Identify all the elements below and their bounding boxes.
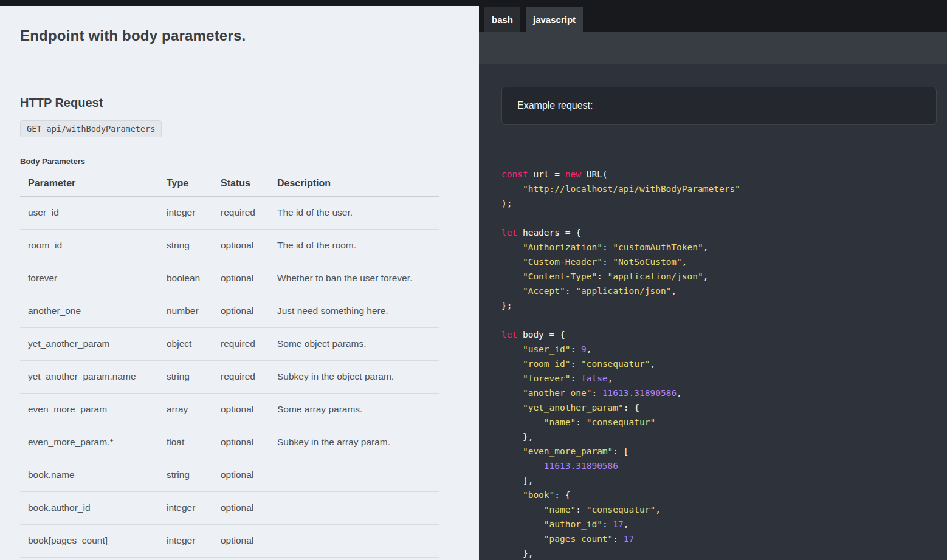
code-line: "room_id": "consequatur", bbox=[501, 357, 937, 371]
code-token: "Custom-Header" bbox=[523, 257, 602, 267]
params-table-body: user_idintegerrequiredThe id of the user… bbox=[20, 196, 439, 557]
cell-type: float bbox=[159, 426, 213, 459]
code-line: let body = { bbox=[501, 327, 937, 342]
cell-parameter: yet_another_param bbox=[20, 327, 159, 360]
tab-javascript[interactable]: javascript bbox=[526, 7, 583, 32]
code-line: "Custom-Header": "NotSoCustom", bbox=[501, 254, 937, 269]
code-line: "Accept": "application/json", bbox=[501, 284, 937, 298]
code-token bbox=[501, 286, 523, 296]
code-token: "another_one" bbox=[523, 388, 592, 398]
code-token: "Content-Type" bbox=[523, 271, 597, 281]
code-token bbox=[501, 417, 544, 427]
code-token: , bbox=[703, 271, 709, 281]
table-row: user_idintegerrequiredThe id of the user… bbox=[20, 196, 439, 229]
code-token: "even_more_param" bbox=[523, 446, 613, 456]
code-token bbox=[501, 344, 523, 354]
cell-description bbox=[269, 459, 439, 491]
code-token: : bbox=[576, 417, 586, 427]
code-token: "yet_another_param" bbox=[523, 403, 624, 412]
code-token: url = bbox=[528, 169, 565, 179]
code-token bbox=[501, 461, 544, 471]
cell-description: The id of the room. bbox=[269, 229, 439, 262]
example-request-box: Example request: bbox=[501, 87, 937, 125]
http-request-heading: HTTP Request bbox=[20, 95, 459, 110]
cell-description: The id of the user. bbox=[269, 196, 439, 229]
code-token: : { bbox=[624, 403, 639, 412]
code-token: : bbox=[571, 344, 581, 354]
code-token bbox=[501, 490, 523, 500]
body-parameters-label: Body Parameters bbox=[20, 157, 459, 166]
code-token: "Accept" bbox=[523, 286, 565, 296]
code-line: "Authorization": "customAuthToken", bbox=[501, 240, 937, 254]
table-row: even_more_param.*floatoptionalSubkey in … bbox=[20, 426, 439, 459]
cell-description: Subkey in the object param. bbox=[269, 360, 439, 393]
code-token: "name" bbox=[544, 505, 576, 514]
code-token: let bbox=[501, 228, 517, 237]
code-token: "application/json" bbox=[608, 271, 703, 281]
cell-description: Subkey in the array param. bbox=[269, 426, 439, 459]
table-row: another_onenumberoptionalJust need somet… bbox=[20, 295, 439, 327]
code-token: }, bbox=[501, 432, 533, 442]
code-token bbox=[501, 184, 523, 194]
cell-description: Some array params. bbox=[269, 393, 439, 426]
code-token: headers = { bbox=[517, 228, 581, 237]
code-token: "NotSoCustom" bbox=[613, 257, 682, 267]
code-token: "consequatur" bbox=[587, 505, 656, 514]
code-token: "Authorization" bbox=[523, 242, 602, 252]
code-token: "book" bbox=[523, 490, 554, 500]
code-line: }, bbox=[501, 546, 937, 560]
code-token: 9 bbox=[581, 344, 587, 354]
code-token: : bbox=[613, 534, 623, 544]
cell-status: required bbox=[213, 360, 269, 393]
code-token: "pages_count" bbox=[544, 534, 613, 544]
code-token: : { bbox=[554, 490, 570, 500]
code-token bbox=[501, 359, 523, 369]
code-token: : bbox=[597, 271, 607, 281]
code-token bbox=[501, 446, 523, 456]
table-row: foreverbooleanoptionalWhether to ban the… bbox=[20, 262, 439, 295]
code-token: ); bbox=[501, 199, 512, 208]
cell-status: optional bbox=[213, 491, 269, 524]
code-line bbox=[501, 313, 937, 327]
code-token: , bbox=[682, 257, 687, 267]
cell-parameter: another_one bbox=[20, 295, 159, 327]
page-title: Endpoint with body parameters. bbox=[20, 27, 459, 45]
code-token: let bbox=[501, 330, 517, 340]
code-area: Example request: const url = new URL( "h… bbox=[479, 64, 947, 560]
docs-panel: Endpoint with body parameters. HTTP Requ… bbox=[0, 6, 479, 560]
column-header: Parameter bbox=[20, 173, 159, 197]
tab-bash[interactable]: bash bbox=[484, 7, 520, 32]
code-token: "author_id" bbox=[544, 519, 602, 529]
code-token: : bbox=[571, 374, 581, 383]
cell-type: number bbox=[159, 295, 213, 327]
code-token: 17 bbox=[613, 519, 623, 529]
code-token: , bbox=[608, 374, 613, 383]
code-token: "customAuthToken" bbox=[613, 242, 703, 252]
code-token: 11613.31890586 bbox=[544, 461, 618, 471]
cell-type: integer bbox=[159, 196, 213, 229]
code-line: "yet_another_param": { bbox=[501, 400, 937, 415]
code-line: "name": "consequatur" bbox=[501, 415, 937, 429]
code-token: }, bbox=[501, 548, 533, 558]
cell-status: optional bbox=[213, 295, 269, 327]
code-line: ], bbox=[501, 473, 937, 488]
cell-parameter: room_id bbox=[20, 229, 159, 262]
code-token: : bbox=[571, 359, 581, 369]
cell-parameter: user_id bbox=[20, 196, 159, 229]
code-line: ); bbox=[501, 196, 937, 211]
code-token: : [ bbox=[613, 446, 628, 456]
code-token: "consequatur" bbox=[581, 359, 650, 369]
code-token bbox=[501, 257, 523, 267]
cell-status: required bbox=[213, 196, 269, 229]
table-row: book.namestringoptional bbox=[20, 459, 439, 491]
code-line: "pages_count": 17 bbox=[501, 531, 937, 546]
code-token: : bbox=[565, 286, 576, 296]
cell-parameter: yet_another_param.name bbox=[20, 360, 159, 393]
code-token: URL( bbox=[581, 169, 608, 179]
code-token: "http://localhost/api/withBodyParameters… bbox=[523, 184, 740, 194]
code-token: , bbox=[671, 286, 677, 296]
code-panel: bashjavascript Example request: const ur… bbox=[479, 0, 947, 560]
table-row: book.author_idintegeroptional bbox=[20, 491, 439, 524]
cell-description: Whether to ban the user forever. bbox=[269, 262, 439, 295]
code-token: ], bbox=[501, 476, 533, 485]
